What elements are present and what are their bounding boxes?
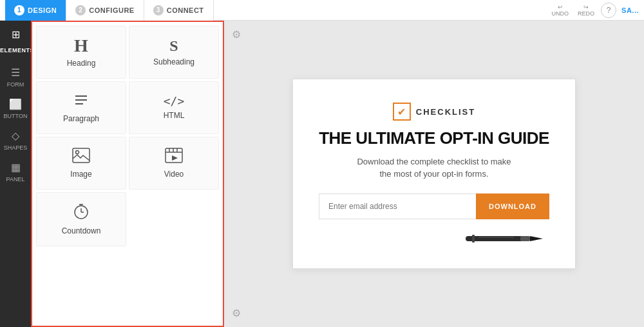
canvas-gear-icon[interactable]: ⚙ xyxy=(232,28,241,41)
undo-button[interactable]: ↩ UNDO xyxy=(548,3,573,18)
svg-point-4 xyxy=(76,151,79,154)
sidebar-item-form[interactable]: ☰ FORM xyxy=(0,61,31,93)
svg-rect-3 xyxy=(73,148,90,163)
step-label-connect: CONNECT xyxy=(167,6,204,14)
image-label: Image xyxy=(70,170,91,179)
tile-paragraph[interactable]: Paragraph xyxy=(36,81,126,134)
step-num-connect: 3 xyxy=(153,5,164,15)
step-num-configure: 2 xyxy=(75,5,86,15)
tile-countdown[interactable]: Countdown xyxy=(36,192,126,246)
sidebar-item-panel[interactable]: ▦ PANEL xyxy=(0,156,31,188)
undo-label: UNDO xyxy=(552,10,569,17)
help-button[interactable]: ? xyxy=(601,3,616,18)
tile-video[interactable]: Video xyxy=(129,137,219,190)
checkbox-icon: ✔ xyxy=(393,103,411,121)
video-icon xyxy=(165,148,183,166)
panel-icon: ▦ xyxy=(11,161,21,173)
top-bar: 1 DESIGN 2 CONFIGURE 3 CONNECT ↩ UNDO ↪ … xyxy=(0,0,644,21)
pen-image xyxy=(459,230,549,250)
checklist-badge-text: CHECKLIST xyxy=(416,107,475,117)
image-icon xyxy=(72,148,90,166)
step-label-configure: CONFIGURE xyxy=(89,6,135,14)
opt-in-title: THE ULTIMATE OPT-IN GUIDE xyxy=(319,128,549,148)
tile-html[interactable]: </> HTML xyxy=(129,81,219,134)
heading-icon: H xyxy=(74,37,88,55)
step-connect[interactable]: 3 CONNECT xyxy=(144,0,214,21)
opt-in-subtitle: Download the complete checklist to maket… xyxy=(357,155,511,181)
subheading-label: Subheading xyxy=(153,57,194,66)
html-label: HTML xyxy=(164,111,185,120)
redo-icon: ↪ xyxy=(583,4,589,10)
canvas-area: ⚙ ✔ CHECKLIST THE ULTIMATE OPT-IN GUIDE … xyxy=(224,21,644,327)
canvas-gear-bottom-icon[interactable]: ⚙ xyxy=(232,307,241,319)
redo-button[interactable]: ↪ REDO xyxy=(574,3,598,18)
shapes-label: SHAPES xyxy=(4,144,28,151)
html-icon: </> xyxy=(164,95,185,107)
email-input[interactable] xyxy=(319,193,476,219)
tile-subheading[interactable]: S Subheading xyxy=(129,26,219,79)
panel-label: PANEL xyxy=(6,176,25,183)
svg-rect-19 xyxy=(520,236,530,241)
download-button[interactable]: DOWNLOAD xyxy=(476,193,549,219)
undo-redo-group: ↩ UNDO ↪ REDO xyxy=(548,3,599,18)
paragraph-label: Paragraph xyxy=(63,114,99,123)
sidebar-item-elements[interactable]: ⊞ ELEMENTS xyxy=(0,23,31,61)
checklist-badge: ✔ CHECKLIST xyxy=(393,103,475,121)
sidebar-item-button[interactable]: ⬜ BUTTON xyxy=(0,93,31,124)
paragraph-icon xyxy=(73,92,89,110)
icon-sidebar: ⊞ ELEMENTS ☰ FORM ⬜ BUTTON ◇ SHAPES ▦ PA… xyxy=(0,21,31,327)
countdown-icon xyxy=(73,203,90,223)
svg-marker-10 xyxy=(172,155,178,161)
svg-rect-5 xyxy=(166,148,182,163)
step-design[interactable]: 1 DESIGN xyxy=(5,0,66,21)
svg-rect-20 xyxy=(478,237,514,238)
svg-marker-17 xyxy=(530,236,543,241)
tile-image[interactable]: Image xyxy=(36,137,126,190)
subheading-icon: S xyxy=(169,38,178,54)
opt-in-card: ✔ CHECKLIST THE ULTIMATE OPT-IN GUIDE Do… xyxy=(292,79,576,268)
button-icon: ⬜ xyxy=(9,98,22,110)
video-label: Video xyxy=(164,170,184,179)
countdown-label: Countdown xyxy=(62,226,101,235)
step-label-design: DESIGN xyxy=(28,6,57,14)
heading-label: Heading xyxy=(67,59,96,68)
main-layout: ⊞ ELEMENTS ☰ FORM ⬜ BUTTON ◇ SHAPES ▦ PA… xyxy=(0,21,644,327)
button-label: BUTTON xyxy=(4,113,28,119)
opt-in-form: DOWNLOAD xyxy=(319,193,549,219)
elements-label: ELEMENTS xyxy=(0,43,31,56)
elements-panel: H Heading S Subheading Paragraph </> HTM… xyxy=(31,21,224,327)
step-num-design: 1 xyxy=(14,5,24,15)
undo-icon: ↩ xyxy=(558,4,563,10)
elements-icon: ⊞ xyxy=(12,28,20,41)
sidebar-item-shapes[interactable]: ◇ SHAPES xyxy=(0,124,31,156)
form-icon: ☰ xyxy=(11,66,20,79)
step-configure[interactable]: 2 CONFIGURE xyxy=(66,0,144,21)
save-button[interactable]: SA... xyxy=(621,6,639,14)
svg-rect-18 xyxy=(472,235,475,243)
redo-label: REDO xyxy=(578,10,594,17)
shapes-icon: ◇ xyxy=(12,130,19,142)
form-label: FORM xyxy=(7,81,24,88)
tile-heading[interactable]: H Heading xyxy=(36,26,126,79)
